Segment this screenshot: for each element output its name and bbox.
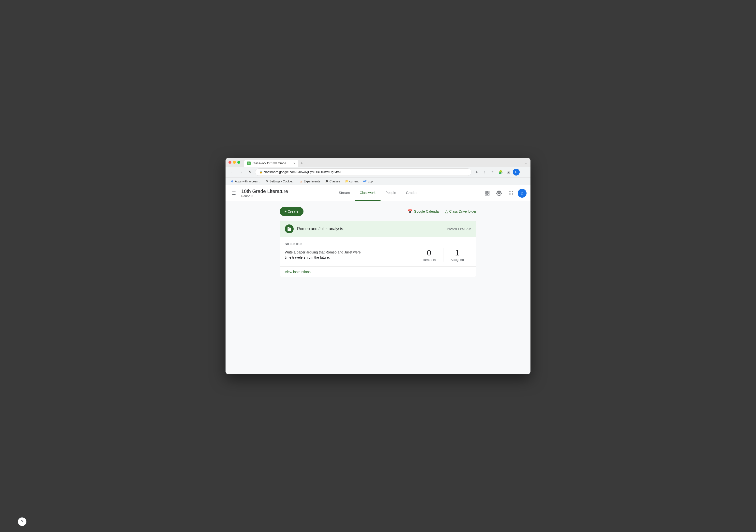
settings-gear-icon[interactable]: [494, 188, 504, 198]
assigned-stat: 1 Assigned: [443, 248, 471, 262]
extension-icon[interactable]: 🧩: [497, 169, 504, 175]
svg-point-10: [512, 193, 513, 194]
header-left: ☰ 10th Grade Literature Period 3: [230, 189, 288, 198]
stats-container: 0 Turned in 1 Assigned: [415, 248, 471, 262]
hamburger-menu-icon[interactable]: ☰: [230, 189, 238, 198]
assignment-description: Write a paper arguing that Romeo and Jul…: [285, 250, 410, 260]
assignment-icon: [285, 225, 294, 233]
class-info: 10th Grade Literature Period 3: [241, 189, 288, 198]
bookmark-gcp-icon: API: [364, 180, 367, 183]
browser-tab[interactable]: C Classwork for 10th Grade Liter... ×: [244, 160, 298, 167]
bookmark-current-label: current: [349, 180, 359, 183]
traffic-lights: [229, 161, 240, 164]
title-bar: C Classwork for 10th Grade Liter... × + …: [226, 158, 530, 167]
tab-stream[interactable]: Stream: [334, 185, 355, 201]
tab-title: Classwork for 10th Grade Liter...: [253, 162, 291, 165]
svg-point-4: [498, 193, 500, 194]
bookmark-gcp[interactable]: API gcp: [362, 179, 375, 184]
address-bar-actions: ⬇ ↑ ☆ 🧩 ▣ D ⋮: [473, 169, 527, 175]
app-profile-button[interactable]: D: [518, 189, 526, 198]
posted-time: Posted 11:51 AM: [447, 227, 471, 231]
tab-close-button[interactable]: ×: [293, 162, 295, 165]
assigned-label: Assigned: [451, 258, 464, 262]
card-header: Romeo and Juliet analysis. Posted 11:51 …: [280, 221, 476, 237]
google-calendar-link[interactable]: 📅 Google Calendar: [408, 209, 440, 214]
forward-button[interactable]: →: [237, 169, 244, 175]
window-controls-icon[interactable]: ⌄: [524, 160, 527, 165]
top-links: 📅 Google Calendar △ Class Drive folder: [408, 209, 476, 214]
class-period: Period 3: [241, 194, 288, 198]
google-calendar-label: Google Calendar: [414, 209, 440, 213]
svg-point-12: [511, 195, 511, 195]
view-instructions-link[interactable]: View instructions: [285, 270, 310, 274]
browser-profile-button[interactable]: D: [513, 169, 520, 175]
svg-rect-2: [485, 194, 487, 195]
svg-point-7: [512, 191, 513, 192]
bookmark-current-icon: 📁: [345, 180, 348, 183]
drive-folder-icon: △: [445, 209, 448, 214]
address-bar: ← → ↻ 🔒 classroom.google.com/u/0/w/NjEyM…: [226, 167, 530, 177]
svg-point-8: [509, 193, 510, 194]
due-date: No due date: [285, 242, 471, 246]
svg-point-5: [509, 191, 510, 192]
bookmark-gcp-label: gcp: [368, 180, 373, 183]
browser-more-icon[interactable]: ⋮: [521, 169, 527, 175]
bookmark-experiments[interactable]: ▲ Experiments: [297, 179, 322, 184]
card-body: No due date Write a paper arguing that R…: [280, 237, 476, 266]
bookmark-classes-icon: 🎓: [325, 180, 329, 183]
bookmark-experiments-icon: ▲: [299, 180, 303, 183]
tab-people[interactable]: People: [380, 185, 401, 201]
bookmark-experiments-label: Experiments: [304, 180, 320, 183]
app-container: ☰ 10th Grade Literature Period 3 Stream …: [226, 185, 530, 374]
bookmark-settings-label: Settings - Cookie...: [270, 180, 294, 183]
bookmark-apps-icon: G: [230, 180, 234, 183]
download-icon[interactable]: ⬇: [473, 169, 480, 175]
share-icon[interactable]: ↑: [481, 169, 488, 175]
bookmark-settings-icon: ⚙: [265, 180, 269, 183]
bookmark-settings[interactable]: ⚙ Settings - Cookie...: [263, 179, 296, 184]
tab-grades[interactable]: Grades: [401, 185, 422, 201]
sidebar-toggle-icon[interactable]: ▣: [505, 169, 512, 175]
view-toggle-icon[interactable]: [482, 188, 492, 198]
turned-in-stat: 0 Turned in: [415, 248, 443, 262]
back-button[interactable]: ←: [229, 169, 235, 175]
svg-rect-3: [488, 194, 489, 195]
class-name: 10th Grade Literature: [241, 189, 288, 194]
svg-point-6: [511, 191, 511, 192]
tab-favicon: C: [247, 162, 251, 165]
header-nav: Stream Classwork People Grades: [334, 185, 422, 201]
bookmark-classes-label: Classes: [330, 180, 340, 183]
header-right: D: [482, 188, 526, 198]
turned-in-label: Turned in: [422, 258, 436, 262]
help-button[interactable]: ?: [18, 517, 27, 526]
bookmarks-bar: G Apps with access... ⚙ Settings - Cooki…: [226, 177, 530, 185]
calendar-icon: 📅: [408, 209, 413, 214]
app-header: ☰ 10th Grade Literature Period 3 Stream …: [226, 185, 530, 201]
apps-grid-icon[interactable]: [506, 188, 516, 198]
bookmark-current[interactable]: 📁 current: [343, 179, 361, 184]
maximize-window-button[interactable]: [237, 161, 240, 164]
new-tab-button[interactable]: +: [298, 160, 305, 167]
close-window-button[interactable]: [229, 161, 231, 164]
address-input[interactable]: 🔒 classroom.google.com/u/0/w/NjEyMDI4ODI…: [255, 169, 472, 176]
top-actions: + Create 📅 Google Calendar △ Class Drive…: [280, 207, 476, 216]
class-drive-folder-link[interactable]: △ Class Drive folder: [445, 209, 476, 214]
create-button[interactable]: + Create: [280, 207, 304, 216]
tab-classwork[interactable]: Classwork: [355, 185, 381, 201]
bookmark-classes[interactable]: 🎓 Classes: [323, 179, 342, 184]
svg-rect-1: [488, 191, 489, 193]
svg-point-11: [509, 195, 510, 195]
content-inner: + Create 📅 Google Calendar △ Class Drive…: [280, 207, 476, 277]
card-content-row: Write a paper arguing that Romeo and Jul…: [285, 248, 471, 262]
refresh-button[interactable]: ↻: [246, 169, 253, 175]
minimize-window-button[interactable]: [233, 161, 236, 164]
content-area: + Create 📅 Google Calendar △ Class Drive…: [226, 201, 530, 374]
assigned-number: 1: [455, 248, 459, 257]
bookmark-star-icon[interactable]: ☆: [489, 169, 496, 175]
bookmark-apps[interactable]: G Apps with access...: [229, 179, 262, 184]
turned-in-number: 0: [427, 248, 431, 257]
card-footer: View instructions: [280, 266, 476, 277]
svg-point-9: [511, 193, 511, 194]
lock-icon: 🔒: [259, 171, 263, 173]
tabs-bar: C Classwork for 10th Grade Liter... × +: [244, 158, 522, 167]
